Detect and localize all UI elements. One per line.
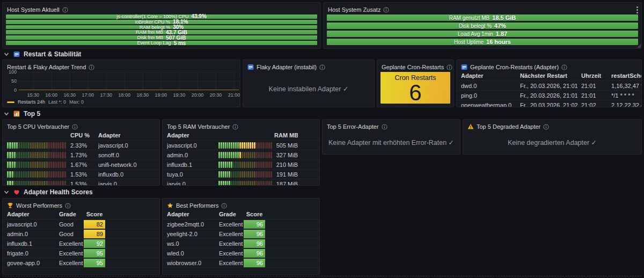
column-header[interactable]: CPU % — [70, 132, 94, 138]
gauge-cell — [225, 181, 226, 186]
gauge-cell — [7, 162, 9, 168]
gauge-cell — [53, 152, 54, 158]
series-name[interactable]: Restarts 24h — [18, 99, 45, 105]
info-icon[interactable] — [382, 124, 387, 130]
host-metric-value: 47% — [494, 23, 506, 29]
panel-title[interactable]: Top 5 RAM Verbraucher — [167, 123, 230, 130]
grid-line — [161, 72, 162, 90]
table-header-row: AdapterGradeScore — [3, 209, 159, 220]
info-icon[interactable] — [319, 64, 325, 70]
chevron-down-icon[interactable] — [3, 51, 10, 57]
column-header[interactable]: restartSchedule — [611, 72, 641, 79]
table-row: ws.0Excellent96 — [163, 239, 319, 248]
gauge-cell — [266, 181, 268, 186]
panel-menu-icon[interactable] — [635, 5, 639, 14]
cell-cpu-value: 1.53% — [70, 171, 94, 178]
lcd-gauge — [7, 142, 66, 149]
host-metric-value: 18.5 GiB — [492, 14, 516, 21]
gauge-cell — [229, 152, 230, 158]
info-icon[interactable] — [543, 124, 549, 130]
row-header-top5[interactable]: Top 5 — [3, 109, 40, 118]
grid-line — [70, 72, 70, 90]
info-icon[interactable] — [232, 124, 238, 130]
panel-title[interactable]: Geplante Cron-Restarts (Adapter) — [470, 64, 559, 70]
panel-title[interactable]: Best Performers — [176, 202, 218, 209]
library-panel-icon — [247, 64, 254, 70]
table-cell: 21:01 — [581, 92, 611, 99]
table-cell: */1 * * * * — [611, 92, 641, 99]
info-icon[interactable] — [72, 124, 78, 130]
cpu-table: CPU %Adapter2.33%javascript.01.73%sonoff… — [3, 130, 159, 185]
column-header[interactable]: Uhrzeit — [581, 72, 611, 79]
panel-flaky-adapter: Flaky Adapter (instabil) Keine instabile… — [243, 60, 375, 107]
column-header[interactable]: Adapter — [7, 211, 59, 217]
gauge-cell — [270, 162, 272, 168]
column-header[interactable]: Adapter — [167, 132, 216, 138]
column-header[interactable]: Adapter — [461, 72, 520, 79]
info-icon[interactable] — [447, 64, 452, 70]
info-icon[interactable] — [561, 64, 567, 70]
chevron-down-icon[interactable] — [3, 111, 10, 117]
info-icon[interactable] — [62, 7, 68, 13]
panel-title[interactable]: Top 5 CPU Verbraucher — [7, 123, 69, 130]
gauge-cell — [244, 152, 245, 158]
gauge-cell — [233, 181, 235, 186]
row-title[interactable]: Restart & Stabilität — [24, 50, 81, 58]
gauge-cell — [266, 162, 268, 168]
panel-title[interactable]: Host System Aktuell — [7, 6, 60, 13]
info-icon[interactable] — [221, 203, 227, 209]
info-icon[interactable] — [65, 203, 71, 209]
column-header[interactable]: Adapter — [98, 132, 159, 138]
gauge-cell — [252, 171, 253, 178]
panel-title[interactable]: Host System Zusatz — [328, 6, 380, 13]
gauge-cell — [46, 181, 48, 186]
gauge-cell — [235, 181, 237, 186]
library-panel-icon — [461, 64, 467, 70]
cell-grade: Good — [59, 221, 84, 228]
gauge-cell — [239, 142, 241, 149]
column-header[interactable]: Grade — [219, 211, 244, 217]
x-axis-tick: 19:30 — [173, 92, 186, 98]
gauge-cell — [50, 152, 52, 158]
column-header[interactable]: Nächster Restart — [520, 72, 581, 79]
gauge-cell — [260, 162, 262, 168]
host-metric-bar: ioBroker CPU %18.1% — [6, 20, 317, 24]
cell-score: 96 — [244, 239, 265, 248]
panel-title[interactable]: Worst Performers — [16, 202, 62, 209]
panel-resize-handle[interactable] — [637, 44, 641, 48]
gauge-cell — [64, 181, 66, 186]
panel-header: Restart & Flaky Adapter Trend — [3, 60, 240, 72]
panel-title[interactable]: Top 5 Degraded Adapter — [477, 123, 540, 130]
column-header[interactable]: Score — [244, 211, 265, 217]
info-icon[interactable] — [89, 64, 94, 70]
column-header[interactable]: Score — [84, 211, 105, 217]
row-title[interactable]: Adapter Health Scores — [24, 188, 93, 196]
chevron-down-icon[interactable] — [3, 189, 10, 195]
column-header[interactable]: Adapter — [167, 211, 219, 217]
gauge-cell — [270, 152, 272, 158]
column-header[interactable]: RAM MB — [274, 132, 298, 138]
gauge-cell — [223, 181, 224, 186]
gauge-cell — [25, 152, 27, 158]
column-header[interactable]: Grade — [59, 211, 84, 217]
row-title[interactable]: Top 5 — [24, 110, 40, 118]
gauge-cell — [57, 181, 59, 186]
gauge-cell — [231, 171, 232, 178]
gauge-cell — [55, 142, 57, 149]
row-header-restart-stabilitaet[interactable]: Restart & Stabilität — [3, 50, 81, 58]
panel-title[interactable]: Top 5 Error-Adapter — [327, 123, 379, 130]
gauge-cell — [239, 171, 241, 178]
host-metric-label: Disk belegt % — [459, 23, 492, 29]
cell-adapter: govee-app.0 — [7, 260, 59, 266]
table-row: 1.53%influxdb.0 — [3, 170, 159, 179]
panel-title[interactable]: Flaky Adapter (instabil) — [257, 64, 317, 70]
gauge-cell — [223, 162, 224, 168]
panel-title[interactable]: Restart & Flaky Adapter Trend — [7, 64, 86, 70]
panel-title[interactable]: Geplante Cron-Restarts — [382, 64, 444, 70]
y-axis-tick: 100 — [4, 69, 17, 75]
row-header-health-scores[interactable]: Adapter Health Scores — [3, 188, 93, 196]
info-icon[interactable] — [383, 7, 389, 13]
panel-cron-restarts-table: Geplante Cron-Restarts (Adapter) Adapter… — [456, 60, 642, 107]
table-cell: Fr., 20.03.2026, 21:01 — [520, 83, 581, 89]
gauge-cell — [254, 152, 255, 158]
